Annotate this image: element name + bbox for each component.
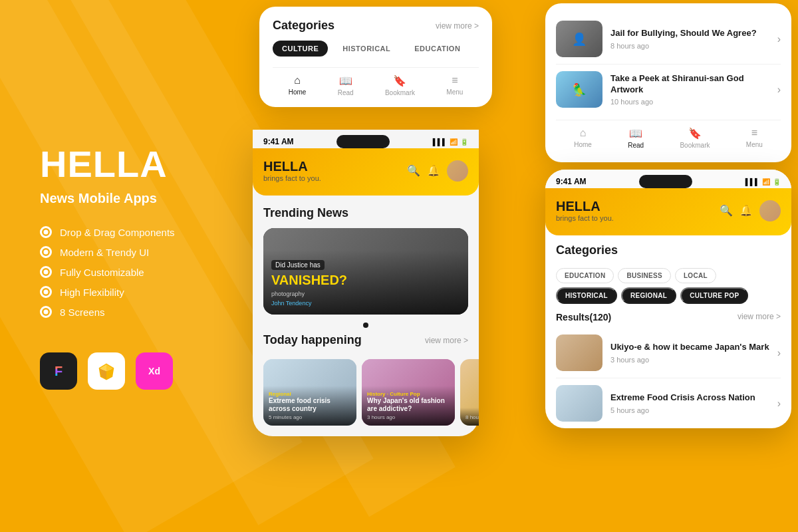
- results-count: Results(120): [556, 312, 611, 323]
- tab-historical[interactable]: HISTORICAL: [333, 41, 400, 57]
- chip-culture-pop[interactable]: CULTURE POP: [680, 287, 748, 304]
- status-time: 9:41 AM: [263, 137, 294, 146]
- xd-icon: Xd: [136, 352, 173, 390]
- today-cards: Regional Extreme food crisis across coun…: [253, 359, 479, 436]
- nav-home-3[interactable]: ⌂ Home: [574, 127, 592, 149]
- article-arrow-4-1[interactable]: ›: [777, 347, 781, 359]
- app-subtitle: News Mobile Apps: [40, 191, 253, 206]
- news-item-2[interactable]: 🦜 Take a Peek at Shiranui-san God Artwor…: [556, 65, 781, 114]
- news-arrow-1[interactable]: ›: [777, 33, 781, 45]
- read-icon-3: 📖: [629, 127, 642, 140]
- news-thumb-1: 👤: [556, 21, 602, 57]
- categories-title: Categories: [273, 19, 334, 33]
- phones-container: Categories view more > CULTURE HISTORICA…: [233, 0, 798, 532]
- article-item-4-2[interactable]: Extreme Food Crisis Across Nation 5 hour…: [556, 378, 781, 428]
- notification-icon-4[interactable]: 🔔: [739, 204, 753, 217]
- view-more-link[interactable]: view more >: [436, 21, 479, 31]
- feature-dot: [40, 286, 52, 298]
- chip-education[interactable]: EDUCATION: [556, 268, 614, 283]
- phone-article-list: 👤 Jail for Bullying, Should We Agree? 8 …: [545, 3, 791, 162]
- trending-header: Trending News: [263, 206, 468, 220]
- phone-main: 9:41 AM ▌▌▌ 📶 🔋 HELLA brings fact to you…: [253, 130, 479, 436]
- feature-dot: [40, 306, 52, 318]
- today-card-3[interactable]: 8 hours ago: [460, 359, 479, 426]
- bookmark-icon-3: 🔖: [688, 127, 702, 140]
- notification-icon[interactable]: 🔔: [427, 164, 440, 177]
- tool-icons: F Xd: [40, 352, 253, 390]
- trending-headline: VANISHED?: [271, 273, 460, 288]
- hella-brand-4: HELLA: [556, 199, 614, 214]
- read-icon: 📖: [339, 74, 352, 87]
- bookmark-icon: 🔖: [393, 74, 406, 87]
- carousel-dot: [363, 323, 368, 328]
- today-card-3-overlay: 8 hours ago: [460, 408, 479, 426]
- article-title-4-2: Extreme Food Crisis Across Nation: [610, 392, 769, 404]
- hella-header-4: HELLA brings fact to you. 🔍 🔔: [545, 188, 791, 235]
- today-time-1: 5 minutes ago: [269, 414, 351, 420]
- bottom-nav-1: ⌂ Home 📖 Read 🔖 Bookmark ≡ Menu: [273, 67, 479, 99]
- trending-section: Trending News Did Justice has VANISHED? …: [253, 196, 479, 328]
- feature-1: Drop & Drag Components: [40, 226, 253, 238]
- feature-5: 8 Screens: [40, 306, 253, 318]
- results-view-more[interactable]: view more >: [737, 312, 781, 323]
- categories-header: Categories view more >: [273, 19, 479, 33]
- search-icon-4[interactable]: 🔍: [720, 204, 733, 217]
- feature-3: Fully Customizable: [40, 266, 253, 278]
- news-item-1[interactable]: 👤 Jail for Bullying, Should We Agree? 8 …: [556, 14, 781, 65]
- article-arrow-4-2[interactable]: ›: [777, 398, 781, 410]
- article-time-4-2: 5 hours ago: [610, 406, 769, 414]
- news-title-1: Jail for Bullying, Should We Agree?: [610, 28, 769, 39]
- nav-bookmark[interactable]: 🔖 Bookmark: [385, 74, 415, 96]
- news-info-1: Jail for Bullying, Should We Agree? 8 ho…: [610, 28, 769, 50]
- trending-by: John Tendency: [271, 300, 460, 307]
- hella-brand-block: HELLA brings fact to you.: [263, 159, 321, 182]
- news-info-2: Take a Peek at Shiranui-san God Artwork …: [610, 73, 769, 106]
- today-title-1: Extreme food crisis across country: [269, 397, 351, 413]
- nav-menu[interactable]: ≡ Menu: [446, 74, 463, 96]
- tab-culture[interactable]: CULTURE: [273, 41, 328, 57]
- left-panel: HELLA News Mobile Apps Drop & Drag Compo…: [40, 0, 253, 532]
- hella-tagline-4: brings fact to you.: [556, 214, 614, 222]
- dynamic-island-4: [639, 175, 692, 188]
- hella-brand-block-4: HELLA brings fact to you.: [556, 199, 614, 222]
- today-tag-1: Regional: [269, 391, 351, 397]
- results-header: Results(120) view more >: [545, 309, 791, 328]
- feature-dot: [40, 246, 52, 258]
- avatar-4[interactable]: [759, 200, 781, 221]
- feature-dot: [40, 226, 52, 238]
- app-title: HELLA: [40, 142, 253, 186]
- hella-tagline: brings fact to you.: [263, 174, 321, 182]
- today-card-2[interactable]: History · Culture Pop Why Japan's old fa…: [362, 359, 455, 426]
- chip-local[interactable]: LOCAL: [675, 268, 716, 283]
- article-thumb-4-1: [556, 334, 602, 371]
- trending-title: Trending News: [263, 206, 348, 220]
- trending-overlay: Did Justice has VANISHED? photography Jo…: [263, 250, 468, 315]
- sketch-icon: [88, 352, 125, 390]
- categories-section: Categories: [545, 235, 791, 260]
- tab-education[interactable]: EDUCATION: [405, 41, 469, 57]
- news-thumb-2: 🦜: [556, 71, 602, 108]
- article-thumb-4-2: [556, 385, 602, 422]
- nav-menu-3[interactable]: ≡ Menu: [746, 127, 763, 149]
- feature-2: Modern & Trendy UI: [40, 246, 253, 258]
- today-view-more[interactable]: view more >: [425, 336, 468, 345]
- today-card-1[interactable]: Regional Extreme food crisis across coun…: [263, 359, 356, 426]
- nav-read-3[interactable]: 📖 Read: [628, 127, 644, 149]
- search-icon[interactable]: 🔍: [407, 164, 420, 177]
- chip-historical[interactable]: HISTORICAL: [556, 287, 617, 304]
- nav-bookmark-3[interactable]: 🔖 Bookmark: [680, 127, 710, 149]
- trending-card[interactable]: Did Justice has VANISHED? photography Jo…: [263, 228, 468, 315]
- filter-chips: EDUCATION BUSINESS LOCAL HISTORICAL REGI…: [545, 260, 791, 309]
- chip-regional[interactable]: REGIONAL: [621, 287, 676, 304]
- nav-read[interactable]: 📖 Read: [338, 74, 354, 96]
- phone-categories: Categories view more > CULTURE HISTORICA…: [259, 7, 492, 107]
- avatar[interactable]: [447, 160, 468, 182]
- home-icon-3: ⌂: [580, 127, 587, 139]
- chip-business[interactable]: BUSINESS: [618, 268, 671, 283]
- nav-home[interactable]: ⌂ Home: [289, 74, 307, 96]
- article-item-4-1[interactable]: Ukiyo-e & how it became Japan's Mark 3 h…: [556, 328, 781, 378]
- hella-header: HELLA brings fact to you. 🔍 🔔: [253, 148, 479, 196]
- article-list-4: Ukiyo-e & how it became Japan's Mark 3 h…: [545, 328, 791, 428]
- status-icons-4: ▌▌▌ 📶 🔋: [745, 178, 781, 186]
- news-arrow-2[interactable]: ›: [777, 84, 781, 96]
